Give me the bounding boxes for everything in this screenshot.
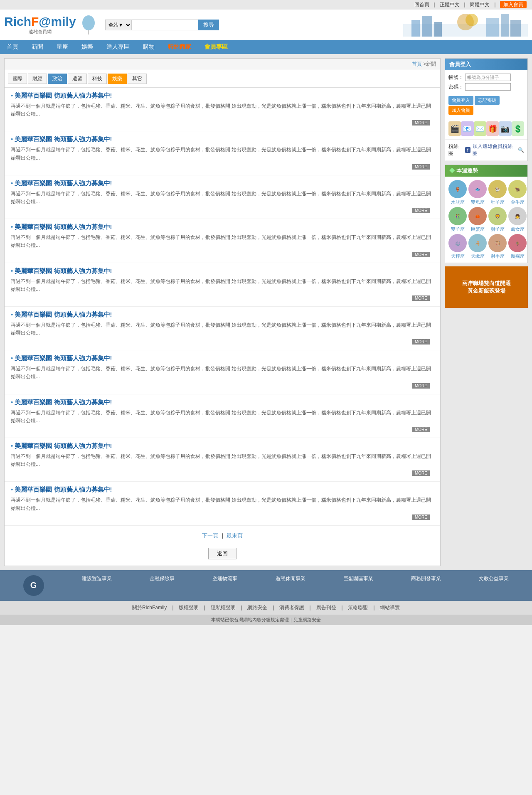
nav-merchants[interactable]: 特約商家 xyxy=(161,40,198,54)
news-body: 再過不到一個月就是端午節了，包括毛豬、香菇、糯米、花生、魷魚等包粽子用的食材，批… xyxy=(11,146,434,162)
back-button[interactable]: 返回 xyxy=(208,548,236,559)
horoscope-sign[interactable]: 👧 處女座 xyxy=(508,207,527,232)
more-button[interactable]: MORE xyxy=(412,427,430,432)
more-button[interactable]: MORE xyxy=(412,164,430,170)
more-btn: MORE xyxy=(11,118,434,127)
horoscope-sign[interactable]: 🐐 魔羯座 xyxy=(508,234,527,259)
fan-search-icon[interactable]: 🔍 xyxy=(518,147,524,153)
horoscope-sign[interactable]: 🐂 金牛座 xyxy=(508,180,527,205)
footer-nav-business[interactable]: 商務開發事業 xyxy=(411,575,441,596)
fan-group-text[interactable]: 加入遠雄會員粉絲圈 xyxy=(473,143,516,157)
horoscope-sign[interactable]: 🐏 牡羊座 xyxy=(488,180,507,205)
news-title[interactable]: 美麗華百樂園 街頭藝人強力募集中! xyxy=(11,311,434,319)
horoscope-img: 🐟 xyxy=(468,180,487,198)
nav-expert[interactable]: 達人專區 xyxy=(100,40,136,54)
sidebar-icon-4[interactable]: 🎁 xyxy=(486,121,499,136)
logo-decoration xyxy=(80,15,97,35)
news-title[interactable]: 美麗華百樂園 街頭藝人強力募集中! xyxy=(11,399,434,406)
nav-horoscope[interactable]: 星座 xyxy=(50,40,75,54)
more-button[interactable]: MORE xyxy=(412,514,430,520)
simplified-link[interactable]: 簡體中文 xyxy=(470,2,490,7)
news-title[interactable]: 美麗華百樂園 街頭藝人強力募集中! xyxy=(11,486,434,494)
svg-rect-8 xyxy=(510,20,521,37)
footer-nav-dome[interactable]: 巨蛋園區事業 xyxy=(343,575,373,596)
sidebar-icon-1[interactable]: 🎬 xyxy=(448,121,461,136)
more-button[interactable]: MORE xyxy=(412,339,430,345)
footer-privacy[interactable]: 隱私權聲明 xyxy=(211,605,236,610)
tab-tech[interactable]: 科技 xyxy=(88,74,107,84)
search-select[interactable]: 全站▼ xyxy=(105,20,132,30)
tab-other[interactable]: 其它 xyxy=(128,74,147,84)
news-title[interactable]: 美麗華百樂園 街頭藝人強力募集中! xyxy=(11,223,434,231)
sidebar-icon-3[interactable]: ✉️ xyxy=(474,121,486,136)
password-input[interactable] xyxy=(465,83,511,91)
news-title[interactable]: 美麗華百樂園 街頭藝人強力募集中! xyxy=(11,442,434,450)
footer-sitemap[interactable]: 網站導覽 xyxy=(380,605,400,610)
footer-about[interactable]: 關於RichFamily xyxy=(132,605,167,610)
tab-intl[interactable]: 國際 xyxy=(8,74,27,84)
footer-nav-construction[interactable]: 建設置造事業 xyxy=(82,575,112,596)
tab-entertainment[interactable]: 娛樂 xyxy=(108,74,127,84)
horoscope-sign[interactable]: 🏺 水瓶座 xyxy=(448,180,467,205)
footer-nav-logistics[interactable]: 空運物流事 xyxy=(212,575,237,596)
ad-text: 兩岸職場雙向道開通黃金新飯碗登場 xyxy=(462,280,511,295)
traditional-link[interactable]: 正體中文 xyxy=(440,2,460,7)
horoscope-sign[interactable]: 🏹 射手座 xyxy=(488,234,507,259)
login-button[interactable]: 會員登入 xyxy=(448,96,473,105)
next-page-link[interactable]: 下一頁 xyxy=(202,532,218,539)
search-button[interactable]: 搜尋 xyxy=(198,20,219,30)
more-button[interactable]: MORE xyxy=(412,295,430,301)
svg-rect-3 xyxy=(411,20,420,37)
breadcrumb-home[interactable]: 首頁 xyxy=(412,61,422,67)
horoscope-sign[interactable]: 🦀 巨蟹座 xyxy=(468,207,487,232)
footer-security[interactable]: 網路安全 xyxy=(247,605,267,610)
nav-shopping[interactable]: 購物 xyxy=(136,40,161,54)
horoscope-sign[interactable]: ⚖️ 天秤座 xyxy=(448,234,467,259)
tab-politics[interactable]: 政治 xyxy=(48,74,67,84)
forget-password-button[interactable]: 忘記密碼 xyxy=(475,96,500,105)
header-banner xyxy=(403,12,528,37)
footer-nav-leisure[interactable]: 遊憩休閒事業 xyxy=(276,575,305,596)
tab-finance[interactable]: 財經 xyxy=(28,74,47,84)
nav-news[interactable]: 新聞 xyxy=(25,40,50,54)
footer-nav-culture[interactable]: 文教公益事業 xyxy=(479,575,509,596)
main-navigation: 首頁 新聞 星座 娛樂 達人專區 購物 特約商家 會員專區 xyxy=(0,40,532,54)
facebook-icon[interactable]: f xyxy=(465,147,470,153)
more-button[interactable]: MORE xyxy=(412,208,430,213)
sidebar-icon-6[interactable]: 💲 xyxy=(512,121,524,136)
news-title[interactable]: 美麗華百樂園 街頭藝人強力募集中! xyxy=(11,135,434,143)
news-title[interactable]: 美麗華百樂園 街頭藝人強力募集中! xyxy=(11,180,434,187)
horoscope-sign[interactable]: 🐟 雙魚座 xyxy=(468,180,487,205)
nav-entertainment[interactable]: 娛樂 xyxy=(75,40,100,54)
footer-consumer[interactable]: 消費者保護 xyxy=(279,605,304,610)
more-button[interactable]: MORE xyxy=(412,470,430,476)
footer-ads[interactable]: 廣告刊登 xyxy=(316,605,336,610)
more-button[interactable]: MORE xyxy=(412,383,430,389)
tab-legacy[interactable]: 遺留 xyxy=(68,74,87,84)
sidebar-advertisement[interactable]: 兩岸職場雙向道開通黃金新飯碗登場 xyxy=(445,266,528,308)
horoscope-sign[interactable]: 🦂 天蠍座 xyxy=(468,234,487,259)
horoscope-name: 獅子座 xyxy=(488,226,507,232)
nav-member[interactable]: 會員專區 xyxy=(198,40,234,54)
horoscope-sign[interactable]: 🦁 獅子座 xyxy=(488,207,507,232)
sidebar-icon-2[interactable]: 📧 xyxy=(461,121,473,136)
nav-home[interactable]: 首頁 xyxy=(0,40,25,54)
home-link[interactable]: 回首頁 xyxy=(414,2,429,7)
footer-copyright[interactable]: 版權聲明 xyxy=(179,605,199,610)
sidebar-icon-5[interactable]: 📷 xyxy=(499,121,511,136)
top-join-button[interactable]: 加入會員 xyxy=(500,1,527,8)
search-input[interactable] xyxy=(132,20,198,30)
news-title[interactable]: 美麗華百樂園 街頭藝人強力募集中! xyxy=(11,354,434,362)
footer-logo[interactable]: G xyxy=(23,575,44,596)
last-page-link[interactable]: 最末頁 xyxy=(227,532,243,539)
more-button[interactable]: MORE xyxy=(412,120,430,126)
account-input[interactable] xyxy=(465,74,511,81)
horoscope-sign[interactable]: 👫 雙子座 xyxy=(448,207,467,232)
news-title[interactable]: 美麗華百樂園 街頭藝人強力募集中! xyxy=(11,92,434,100)
more-button[interactable]: MORE xyxy=(412,252,430,257)
news-title[interactable]: 美麗華百樂園 街頭藝人強力募集中! xyxy=(11,267,434,275)
footer-nav-finance[interactable]: 金融保險事 xyxy=(150,575,175,596)
footer-alliance[interactable]: 策略聯盟 xyxy=(348,605,368,610)
horoscope-grid: 🏺 水瓶座 🐟 雙魚座 🐏 牡羊座 🐂 金牛座 👫 雙子座 🦀 巨蟹座 🦁 獅子… xyxy=(445,177,527,263)
join-button[interactable]: 加入會員 xyxy=(448,106,473,115)
